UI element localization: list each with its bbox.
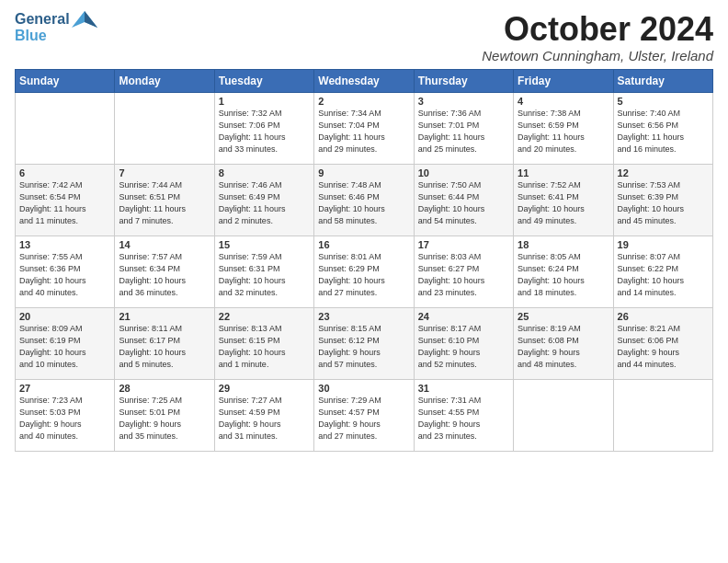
logo-general: General xyxy=(15,11,70,28)
day-info: Sunrise: 7:46 AM Sunset: 6:49 PM Dayligh… xyxy=(219,179,310,227)
calendar-cell: 15Sunrise: 7:59 AM Sunset: 6:31 PM Dayli… xyxy=(214,236,313,307)
calendar-cell: 14Sunrise: 7:57 AM Sunset: 6:34 PM Dayli… xyxy=(115,236,214,307)
calendar-cell: 21Sunrise: 8:11 AM Sunset: 6:17 PM Dayli… xyxy=(115,307,214,379)
day-info: Sunrise: 7:32 AM Sunset: 7:06 PM Dayligh… xyxy=(219,108,310,155)
day-number: 18 xyxy=(518,239,609,250)
day-info: Sunrise: 8:03 AM Sunset: 6:27 PM Dayligh… xyxy=(418,251,509,299)
week-row-4: 20Sunrise: 8:09 AM Sunset: 6:19 PM Dayli… xyxy=(16,307,713,379)
day-info: Sunrise: 7:36 AM Sunset: 7:01 PM Dayligh… xyxy=(418,108,509,155)
calendar-cell: 30Sunrise: 7:29 AM Sunset: 4:57 PM Dayli… xyxy=(314,379,414,451)
header-wednesday: Wednesday xyxy=(314,69,414,92)
calendar-cell: 31Sunrise: 7:31 AM Sunset: 4:55 PM Dayli… xyxy=(414,379,513,451)
day-info: Sunrise: 8:19 AM Sunset: 6:08 PM Dayligh… xyxy=(518,323,609,371)
calendar-cell: 12Sunrise: 7:53 AM Sunset: 6:39 PM Dayli… xyxy=(613,164,712,236)
day-info: Sunrise: 7:38 AM Sunset: 6:59 PM Dayligh… xyxy=(518,108,609,155)
calendar-cell: 10Sunrise: 7:50 AM Sunset: 6:44 PM Dayli… xyxy=(414,164,513,236)
day-info: Sunrise: 7:44 AM Sunset: 6:51 PM Dayligh… xyxy=(119,179,210,227)
day-info: Sunrise: 8:17 AM Sunset: 6:10 PM Dayligh… xyxy=(418,323,509,371)
day-info: Sunrise: 7:52 AM Sunset: 6:41 PM Dayligh… xyxy=(518,179,609,227)
day-number: 20 xyxy=(19,311,110,322)
day-info: Sunrise: 8:09 AM Sunset: 6:19 PM Dayligh… xyxy=(19,323,110,371)
day-number: 7 xyxy=(119,167,210,178)
logo-bird-icon xyxy=(72,9,97,39)
calendar-cell: 19Sunrise: 8:07 AM Sunset: 6:22 PM Dayli… xyxy=(613,236,712,307)
day-number: 30 xyxy=(318,383,409,394)
day-number: 4 xyxy=(518,96,609,107)
calendar-cell: 9Sunrise: 7:48 AM Sunset: 6:46 PM Daylig… xyxy=(314,164,414,236)
calendar-cell: 3Sunrise: 7:36 AM Sunset: 7:01 PM Daylig… xyxy=(414,92,513,164)
day-number: 12 xyxy=(618,167,709,178)
header-saturday: Saturday xyxy=(613,69,712,92)
day-info: Sunrise: 8:21 AM Sunset: 6:06 PM Dayligh… xyxy=(618,323,709,371)
day-number: 5 xyxy=(618,96,709,107)
day-info: Sunrise: 7:48 AM Sunset: 6:46 PM Dayligh… xyxy=(318,179,409,227)
logo-blue: Blue xyxy=(15,28,70,44)
day-info: Sunrise: 7:34 AM Sunset: 7:04 PM Dayligh… xyxy=(318,108,409,155)
calendar-cell xyxy=(613,379,712,451)
calendar-cell: 27Sunrise: 7:23 AM Sunset: 5:03 PM Dayli… xyxy=(16,379,115,451)
calendar-cell: 18Sunrise: 8:05 AM Sunset: 6:24 PM Dayli… xyxy=(514,236,613,307)
week-row-3: 13Sunrise: 7:55 AM Sunset: 6:36 PM Dayli… xyxy=(16,236,713,307)
day-number: 3 xyxy=(418,96,509,107)
day-number: 1 xyxy=(219,96,310,107)
day-number: 13 xyxy=(19,239,110,250)
header-sunday: Sunday xyxy=(16,69,115,92)
calendar-cell xyxy=(514,379,613,451)
day-number: 11 xyxy=(518,167,609,178)
day-info: Sunrise: 7:59 AM Sunset: 6:31 PM Dayligh… xyxy=(219,251,310,299)
calendar-cell: 11Sunrise: 7:52 AM Sunset: 6:41 PM Dayli… xyxy=(514,164,613,236)
header: General Blue October 2024 Newtown Cunnin… xyxy=(15,11,713,63)
calendar-table: SundayMondayTuesdayWednesdayThursdayFrid… xyxy=(15,69,713,452)
calendar-cell: 5Sunrise: 7:40 AM Sunset: 6:56 PM Daylig… xyxy=(613,92,712,164)
location-subtitle: Newtown Cunningham, Ulster, Ireland xyxy=(482,48,713,63)
svg-marker-1 xyxy=(85,11,97,28)
day-number: 29 xyxy=(219,383,310,394)
day-number: 10 xyxy=(418,167,509,178)
calendar-cell: 16Sunrise: 8:01 AM Sunset: 6:29 PM Dayli… xyxy=(314,236,414,307)
day-number: 14 xyxy=(119,239,210,250)
day-number: 25 xyxy=(518,311,609,322)
day-number: 23 xyxy=(318,311,409,322)
calendar-cell: 20Sunrise: 8:09 AM Sunset: 6:19 PM Dayli… xyxy=(16,307,115,379)
calendar-cell: 2Sunrise: 7:34 AM Sunset: 7:04 PM Daylig… xyxy=(314,92,414,164)
calendar-cell: 4Sunrise: 7:38 AM Sunset: 6:59 PM Daylig… xyxy=(514,92,613,164)
day-info: Sunrise: 8:11 AM Sunset: 6:17 PM Dayligh… xyxy=(119,323,210,371)
calendar-cell: 28Sunrise: 7:25 AM Sunset: 5:01 PM Dayli… xyxy=(115,379,214,451)
day-number: 22 xyxy=(219,311,310,322)
calendar-cell: 22Sunrise: 8:13 AM Sunset: 6:15 PM Dayli… xyxy=(214,307,313,379)
day-number: 9 xyxy=(318,167,409,178)
header-thursday: Thursday xyxy=(414,69,513,92)
day-number: 31 xyxy=(418,383,509,394)
day-info: Sunrise: 8:15 AM Sunset: 6:12 PM Dayligh… xyxy=(318,323,409,371)
title-section: October 2024 Newtown Cunningham, Ulster,… xyxy=(482,11,713,63)
day-number: 15 xyxy=(219,239,310,250)
day-info: Sunrise: 7:40 AM Sunset: 6:56 PM Dayligh… xyxy=(618,108,709,155)
calendar-cell: 8Sunrise: 7:46 AM Sunset: 6:49 PM Daylig… xyxy=(214,164,313,236)
day-info: Sunrise: 7:29 AM Sunset: 4:57 PM Dayligh… xyxy=(318,395,409,442)
header-row: SundayMondayTuesdayWednesdayThursdayFrid… xyxy=(16,69,713,92)
header-friday: Friday xyxy=(514,69,613,92)
calendar-cell: 17Sunrise: 8:03 AM Sunset: 6:27 PM Dayli… xyxy=(414,236,513,307)
calendar-cell: 24Sunrise: 8:17 AM Sunset: 6:10 PM Dayli… xyxy=(414,307,513,379)
day-info: Sunrise: 7:50 AM Sunset: 6:44 PM Dayligh… xyxy=(418,179,509,227)
day-info: Sunrise: 7:23 AM Sunset: 5:03 PM Dayligh… xyxy=(19,395,110,442)
day-number: 26 xyxy=(618,311,709,322)
day-number: 16 xyxy=(318,239,409,250)
day-info: Sunrise: 8:07 AM Sunset: 6:22 PM Dayligh… xyxy=(618,251,709,299)
day-info: Sunrise: 7:31 AM Sunset: 4:55 PM Dayligh… xyxy=(418,395,509,442)
week-row-5: 27Sunrise: 7:23 AM Sunset: 5:03 PM Dayli… xyxy=(16,379,713,451)
calendar-cell: 1Sunrise: 7:32 AM Sunset: 7:06 PM Daylig… xyxy=(214,92,313,164)
day-number: 6 xyxy=(19,167,110,178)
month-title: October 2024 xyxy=(482,11,713,48)
header-tuesday: Tuesday xyxy=(214,69,313,92)
day-info: Sunrise: 7:57 AM Sunset: 6:34 PM Dayligh… xyxy=(119,251,210,299)
calendar-cell: 13Sunrise: 7:55 AM Sunset: 6:36 PM Dayli… xyxy=(16,236,115,307)
day-number: 24 xyxy=(418,311,509,322)
day-number: 19 xyxy=(618,239,709,250)
calendar-cell xyxy=(115,92,214,164)
day-number: 27 xyxy=(19,383,110,394)
week-row-2: 6Sunrise: 7:42 AM Sunset: 6:54 PM Daylig… xyxy=(16,164,713,236)
day-number: 17 xyxy=(418,239,509,250)
day-number: 21 xyxy=(119,311,210,322)
calendar-cell: 23Sunrise: 8:15 AM Sunset: 6:12 PM Dayli… xyxy=(314,307,414,379)
